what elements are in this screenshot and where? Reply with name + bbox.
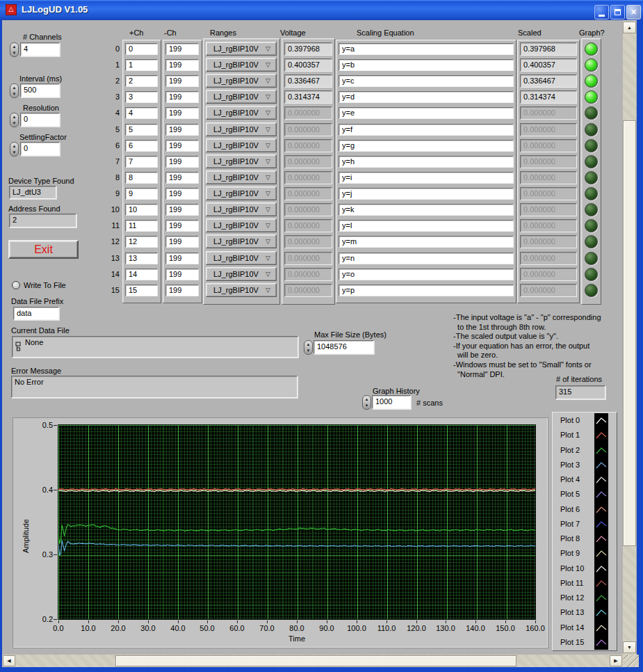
range-dropdown[interactable]: LJ_rgBIP10V▽ — [206, 106, 277, 120]
resize-grip[interactable] — [624, 655, 639, 667]
pos-channel-input[interactable]: 12 — [125, 236, 158, 248]
pos-channel-input[interactable]: 8 — [125, 172, 158, 184]
range-dropdown[interactable]: LJ_rgBIP10V▽ — [206, 58, 277, 72]
legend-item[interactable]: Plot 13 — [560, 608, 584, 616]
scaling-equation-input[interactable]: y=a — [339, 43, 514, 55]
neg-channel-input[interactable]: 199 — [165, 75, 199, 87]
scaling-equation-input[interactable]: y=k — [339, 204, 514, 216]
horizontal-scrollbar-thumb[interactable] — [115, 655, 516, 666]
neg-channel-input[interactable]: 199 — [165, 220, 199, 232]
range-dropdown[interactable]: LJ_rgBIP10V▽ — [206, 74, 277, 88]
pos-channel-input[interactable]: 15 — [125, 285, 158, 296]
scroll-down-button[interactable]: ▼ — [623, 641, 636, 653]
neg-channel-input[interactable]: 199 — [165, 140, 199, 152]
legend-item[interactable]: Plot 9 — [560, 549, 580, 557]
neg-channel-input[interactable]: 199 — [165, 107, 199, 119]
graph-led[interactable] — [585, 268, 598, 281]
max-file-size-spinner-icon[interactable]: ▲▼ — [304, 340, 313, 355]
minimize-button[interactable] — [594, 5, 609, 19]
pos-channel-input[interactable]: 9 — [125, 188, 158, 200]
neg-channel-input[interactable]: 199 — [165, 236, 199, 248]
interval-input[interactable]: 500 — [20, 83, 60, 97]
scaling-equation-input[interactable]: y=i — [339, 172, 514, 184]
graph-led[interactable] — [585, 171, 598, 184]
write-to-file-radio[interactable] — [12, 281, 20, 289]
range-dropdown[interactable]: LJ_rgBIP10V▽ — [206, 283, 277, 297]
neg-channel-input[interactable]: 199 — [165, 91, 199, 103]
legend-item[interactable]: Plot 10 — [560, 564, 584, 573]
range-dropdown[interactable]: LJ_rgBIP10V▽ — [206, 122, 277, 136]
neg-channel-input[interactable]: 199 — [165, 124, 199, 136]
neg-channel-input[interactable]: 199 — [165, 269, 199, 280]
scaling-equation-input[interactable]: y=l — [339, 220, 514, 232]
neg-channel-input[interactable]: 199 — [165, 43, 199, 55]
graph-led[interactable] — [585, 58, 598, 72]
pos-channel-input[interactable]: 6 — [125, 140, 158, 152]
pos-channel-input[interactable]: 13 — [125, 253, 158, 264]
range-dropdown[interactable]: LJ_rgBIP10V▽ — [206, 138, 277, 152]
pos-channel-input[interactable]: 10 — [125, 204, 158, 216]
range-dropdown[interactable]: LJ_rgBIP10V▽ — [206, 170, 277, 184]
titlebar[interactable]: △ LJLogUD V1.05 ✕ — [0, 0, 643, 20]
channels-input[interactable]: 4 — [20, 42, 60, 56]
data-file-prefix-input[interactable]: data — [13, 307, 59, 320]
graph-led[interactable] — [585, 42, 598, 56]
resolution-spinner-icon[interactable]: ▲▼ — [10, 113, 19, 127]
legend-item[interactable]: Plot 5 — [560, 490, 580, 498]
legend-item[interactable]: Plot 11 — [560, 579, 583, 587]
scaling-equation-input[interactable]: y=o — [339, 269, 514, 280]
legend-item[interactable]: Plot 15 — [560, 638, 584, 646]
channels-spinner-icon[interactable]: ▲▼ — [10, 42, 19, 57]
graph-led[interactable] — [585, 139, 598, 152]
scaling-equation-input[interactable]: y=j — [339, 188, 514, 200]
range-dropdown[interactable]: LJ_rgBIP10V▽ — [206, 267, 277, 281]
scaling-equation-input[interactable]: y=f — [339, 124, 514, 136]
scaling-equation-input[interactable]: y=p — [339, 285, 514, 296]
graph-history-input[interactable]: 1000 — [372, 395, 411, 409]
legend-item[interactable]: Plot 7 — [560, 520, 580, 528]
scroll-right-button[interactable]: ▶ — [610, 655, 622, 666]
graph-led[interactable] — [585, 155, 598, 168]
range-dropdown[interactable]: LJ_rgBIP10V▽ — [206, 154, 277, 168]
legend-item[interactable]: Plot 4 — [560, 475, 580, 483]
pos-channel-input[interactable]: 5 — [125, 124, 158, 136]
neg-channel-input[interactable]: 199 — [165, 172, 199, 184]
legend-item[interactable]: Plot 1 — [560, 431, 580, 439]
scaling-equation-input[interactable]: y=n — [339, 253, 514, 264]
neg-channel-input[interactable]: 199 — [165, 59, 199, 71]
pos-channel-input[interactable]: 0 — [125, 43, 158, 55]
range-dropdown[interactable]: LJ_rgBIP10V▽ — [206, 202, 277, 216]
resolution-input[interactable]: 0 — [20, 113, 60, 127]
legend-item[interactable]: Plot 6 — [560, 505, 580, 513]
scaling-equation-input[interactable]: y=m — [339, 236, 514, 248]
scroll-up-button[interactable]: ▲ — [623, 22, 636, 33]
pos-channel-input[interactable]: 11 — [125, 220, 158, 232]
legend-item[interactable]: Plot 3 — [560, 461, 580, 469]
legend-item[interactable]: Plot 14 — [560, 623, 584, 632]
pos-channel-input[interactable]: 7 — [125, 156, 158, 168]
exit-button[interactable]: Exit — [8, 240, 79, 259]
neg-channel-input[interactable]: 199 — [165, 156, 199, 168]
scaling-equation-input[interactable]: y=g — [339, 140, 514, 152]
legend-item[interactable]: Plot 0 — [560, 416, 580, 424]
graph-led[interactable] — [585, 252, 598, 265]
neg-channel-input[interactable]: 199 — [165, 204, 199, 216]
interval-spinner-icon[interactable]: ▲▼ — [10, 83, 19, 98]
scaling-equation-input[interactable]: y=b — [339, 59, 514, 71]
graph-history-spinner-icon[interactable]: ▲▼ — [362, 395, 371, 410]
pos-channel-input[interactable]: 2 — [125, 75, 158, 87]
neg-channel-input[interactable]: 199 — [165, 253, 199, 264]
pos-channel-input[interactable]: 1 — [125, 59, 158, 71]
graph-led[interactable] — [585, 284, 598, 297]
legend-item[interactable]: Plot 2 — [560, 446, 580, 454]
scaling-equation-input[interactable]: y=h — [339, 156, 514, 168]
range-dropdown[interactable]: LJ_rgBIP10V▽ — [206, 42, 277, 56]
range-dropdown[interactable]: LJ_rgBIP10V▽ — [206, 90, 277, 104]
pos-channel-input[interactable]: 4 — [125, 107, 158, 119]
scroll-left-button[interactable]: ◀ — [3, 655, 15, 666]
graph-led[interactable] — [585, 123, 598, 136]
pos-channel-input[interactable]: 3 — [125, 91, 158, 103]
settling-input[interactable]: 0 — [20, 142, 60, 156]
legend-item[interactable]: Plot 8 — [560, 534, 580, 543]
legend-item[interactable]: Plot 12 — [560, 593, 584, 602]
